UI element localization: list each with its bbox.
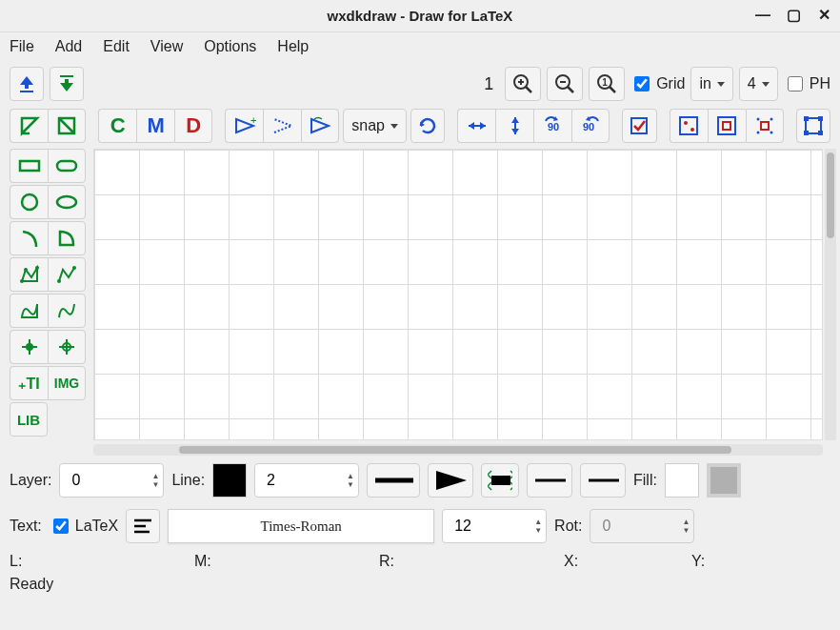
spinner-down-icon[interactable]: ▼ bbox=[534, 527, 542, 535]
delete-button[interactable]: D bbox=[174, 109, 212, 143]
rounded-rect-tool[interactable] bbox=[48, 149, 86, 183]
spinner-up-icon[interactable]: ▲ bbox=[151, 473, 159, 480]
layer-up-button[interactable] bbox=[10, 67, 44, 101]
point-add-button[interactable]: + bbox=[225, 109, 263, 143]
point-remove-button[interactable] bbox=[263, 109, 301, 143]
grid-checkbox[interactable]: Grid bbox=[630, 73, 685, 94]
rectangle-tool[interactable] bbox=[10, 149, 48, 183]
maximize-button[interactable]: ▢ bbox=[785, 6, 802, 24]
check-button[interactable] bbox=[622, 109, 656, 143]
arrow-down-icon bbox=[56, 73, 77, 94]
spline-open-icon bbox=[55, 300, 78, 321]
spline-closed-tool[interactable] bbox=[10, 294, 48, 328]
snap-center-button[interactable] bbox=[746, 109, 784, 143]
snap-object-button[interactable] bbox=[670, 109, 708, 143]
bounds-button[interactable] bbox=[796, 109, 830, 143]
pie-tool[interactable] bbox=[48, 221, 86, 255]
grid-subdiv-select[interactable]: 4 bbox=[739, 67, 778, 101]
line-cap-button[interactable] bbox=[481, 463, 519, 498]
close-button[interactable]: ✕ bbox=[815, 6, 832, 24]
move-button[interactable]: M bbox=[136, 109, 174, 143]
line-color-swatch[interactable] bbox=[212, 463, 247, 498]
spline-open-tool[interactable] bbox=[48, 294, 86, 328]
rotation-input[interactable] bbox=[600, 517, 676, 536]
zoom-reset-button[interactable]: 1 bbox=[589, 67, 625, 101]
flip-horizontal-icon bbox=[466, 116, 489, 135]
point-open-tool[interactable] bbox=[48, 330, 86, 364]
font-size-input[interactable] bbox=[452, 517, 529, 536]
pointer-return-icon bbox=[18, 114, 41, 137]
zoom-out-button[interactable] bbox=[547, 67, 583, 101]
ellipse-tool[interactable] bbox=[48, 185, 86, 219]
line-cap-icon bbox=[488, 469, 512, 492]
line-style-button[interactable] bbox=[367, 463, 420, 498]
line-width-spinner[interactable]: ▲▼ bbox=[254, 463, 359, 498]
image-tool[interactable]: IMG bbox=[48, 366, 86, 400]
copy-button[interactable]: C bbox=[98, 109, 136, 143]
fill-color-swatch[interactable] bbox=[665, 463, 699, 498]
svg-rect-31 bbox=[804, 131, 809, 135]
snap-grid-button[interactable] bbox=[708, 109, 746, 143]
latex-checkbox[interactable]: LaTeX bbox=[50, 516, 118, 537]
vertical-scrollbar[interactable] bbox=[825, 149, 836, 440]
polyline-open-tool[interactable] bbox=[48, 257, 86, 292]
property-row-text: Text: LaTeX Times-Roman ▲▼ Rot: ▲▼ bbox=[0, 503, 840, 549]
grid-unit-select[interactable]: in bbox=[690, 67, 732, 101]
point-move-button[interactable] bbox=[301, 109, 339, 143]
refresh-button[interactable] bbox=[410, 109, 445, 143]
layer-input[interactable] bbox=[70, 471, 146, 490]
circle-tool[interactable] bbox=[10, 185, 48, 219]
spinner-up-icon[interactable]: ▲ bbox=[534, 518, 542, 526]
titlebar: wxdkdraw - Draw for LaTeX — ▢ ✕ bbox=[0, 0, 840, 32]
fill-pattern-swatch[interactable] bbox=[707, 463, 741, 498]
library-tool[interactable]: LIB bbox=[10, 402, 48, 437]
minimize-button[interactable]: — bbox=[754, 7, 771, 24]
select-tool-button[interactable] bbox=[10, 109, 48, 143]
status-mouse-row: L: M: R: X: Y: bbox=[0, 549, 840, 574]
layer-spinner[interactable]: ▲▼ bbox=[59, 463, 164, 498]
text-tool[interactable]: ₊TI bbox=[10, 366, 48, 400]
spinner-down-icon[interactable]: ▼ bbox=[347, 481, 354, 489]
line-dash1-button[interactable] bbox=[527, 463, 572, 498]
flip-v-button[interactable] bbox=[495, 109, 533, 143]
scrollbar-thumb[interactable] bbox=[827, 152, 834, 238]
polyline-closed-tool[interactable] bbox=[10, 257, 48, 292]
rotate-left-button[interactable]: 90 bbox=[533, 109, 571, 143]
flip-h-button[interactable] bbox=[457, 109, 495, 143]
zoom-in-icon bbox=[511, 72, 534, 95]
layer-down-button[interactable] bbox=[50, 67, 84, 101]
scrollbar-thumb[interactable] bbox=[179, 446, 731, 454]
arc-tool[interactable] bbox=[10, 221, 48, 255]
spinner-up-icon[interactable]: ▲ bbox=[682, 518, 690, 526]
menu-add[interactable]: Add bbox=[55, 38, 82, 55]
align-left-button[interactable] bbox=[126, 509, 160, 543]
rotation-spinner[interactable]: ▲▼ bbox=[590, 509, 694, 543]
spinner-up-icon[interactable]: ▲ bbox=[347, 473, 354, 480]
menu-options[interactable]: Options bbox=[204, 38, 256, 55]
line-dash2-button[interactable] bbox=[580, 463, 626, 498]
ph-checkbox[interactable]: PH bbox=[784, 73, 830, 94]
menu-edit[interactable]: Edit bbox=[103, 38, 130, 55]
grid-subdiv-value: 4 bbox=[748, 75, 756, 92]
rectangle-icon bbox=[18, 157, 41, 174]
spinner-down-icon[interactable]: ▼ bbox=[151, 481, 159, 489]
svg-rect-27 bbox=[761, 122, 769, 130]
select-rect-button[interactable] bbox=[48, 109, 86, 143]
drawing-canvas[interactable] bbox=[93, 149, 823, 440]
font-size-spinner[interactable]: ▲▼ bbox=[442, 509, 547, 543]
font-select[interactable]: Times-Roman bbox=[168, 509, 434, 543]
snap-select[interactable]: snap bbox=[343, 109, 407, 143]
horizontal-scrollbar[interactable] bbox=[93, 444, 823, 456]
svg-rect-34 bbox=[57, 161, 76, 171]
line-width-input[interactable] bbox=[265, 471, 341, 490]
arrow-start-button[interactable] bbox=[428, 463, 473, 498]
point-filled-tool[interactable] bbox=[10, 330, 48, 364]
rotate-right-button[interactable]: 90 bbox=[571, 109, 610, 143]
zoom-in-button[interactable] bbox=[505, 67, 541, 101]
menu-file[interactable]: File bbox=[10, 38, 34, 55]
svg-point-19 bbox=[684, 121, 688, 125]
spinner-down-icon[interactable]: ▼ bbox=[682, 527, 690, 535]
menu-help[interactable]: Help bbox=[277, 38, 309, 55]
menu-view[interactable]: View bbox=[150, 38, 183, 55]
snap1-icon bbox=[678, 115, 699, 136]
